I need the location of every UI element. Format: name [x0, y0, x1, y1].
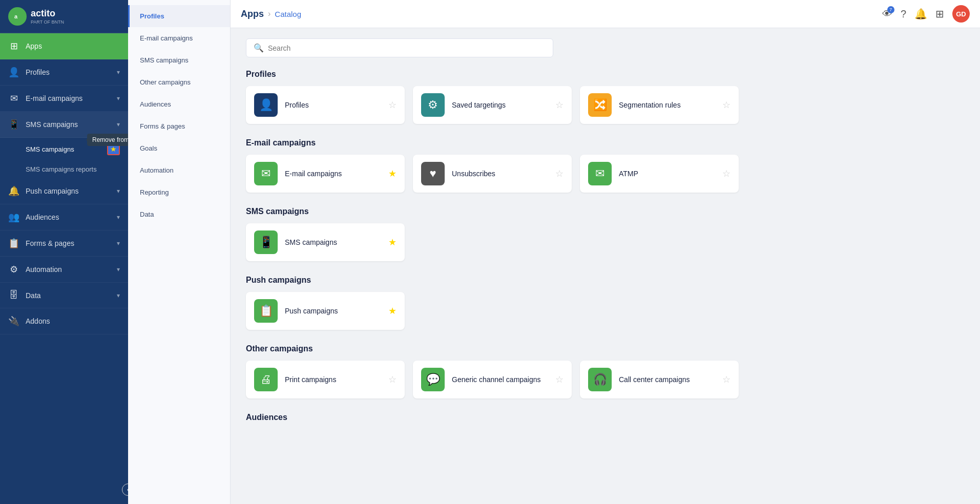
mid-panel-item-profiles[interactable]: Profiles — [128, 5, 230, 27]
push-campaigns-star[interactable]: ★ — [388, 305, 397, 317]
sidebar-item-automation[interactable]: ⚙ Automation ▾ — [0, 257, 128, 283]
topbar-right: 👁 7 ? 🔔 ⊞ GD — [882, 5, 970, 23]
saved-targetings-star[interactable]: ☆ — [555, 99, 564, 111]
saved-targetings-icon: ⚙ — [421, 93, 445, 117]
section-email: E-mail campaigns ✉ E-mail campaigns ★ ♥ … — [246, 138, 965, 193]
mid-panel-item-automation[interactable]: Automation — [128, 159, 230, 181]
sidebar-item-profiles[interactable]: 👤 Profiles ▾ — [0, 59, 128, 86]
atmp-star[interactable]: ☆ — [722, 168, 731, 179]
saved-targetings-label: Saved targetings — [452, 101, 548, 109]
card-saved-targetings[interactable]: ⚙ Saved targetings ☆ — [413, 86, 572, 124]
card-call-center[interactable]: 🎧 Call center campaigns ☆ — [580, 361, 739, 398]
segmentation-rules-star[interactable]: ☆ — [722, 99, 731, 111]
svg-text:a: a — [14, 13, 18, 19]
breadcrumb: Apps › Catalog — [241, 9, 301, 19]
notification-badge: 7 — [887, 6, 894, 13]
sms-campaigns-star[interactable]: ★ — [388, 237, 397, 248]
segmentation-rules-label: Segmentation rules — [619, 101, 715, 109]
email-cards-row: ✉ E-mail campaigns ★ ♥ Unsubscribes ☆ ✉ … — [246, 155, 965, 193]
card-push-campaigns[interactable]: 📋 Push campaigns ★ — [246, 292, 405, 330]
card-generic-channel[interactable]: 💬 Generic channel campaigns ☆ — [413, 361, 572, 398]
generic-channel-star[interactable]: ☆ — [555, 374, 564, 385]
mid-panel-item-reporting[interactable]: Reporting — [128, 181, 230, 203]
sidebar-sub-sms-campaigns[interactable]: SMS campaigns ★ Remove from favorites — [0, 138, 128, 160]
sidebar-item-push[interactable]: 🔔 Push campaigns ▾ — [0, 178, 128, 204]
mid-panel-item-audiences[interactable]: Audiences — [128, 93, 230, 115]
other-cards-row: 🖨 Print campaigns ☆ 💬 Generic channel ca… — [246, 361, 965, 398]
unsubscribes-star[interactable]: ☆ — [555, 168, 564, 179]
card-sms-campaigns[interactable]: 📱 SMS campaigns ★ — [246, 223, 405, 261]
addons-icon: 🔌 — [8, 316, 19, 327]
sidebar-item-sms-label: SMS campaigns — [26, 120, 78, 129]
section-other-title: Other campaigns — [246, 344, 965, 353]
sidebar-collapse-button[interactable]: ‹ — [122, 484, 128, 496]
card-profiles[interactable]: 👤 Profiles ☆ — [246, 86, 405, 124]
forms-chevron: ▾ — [117, 240, 120, 247]
main-content: Apps › Catalog 👁 7 ? 🔔 ⊞ GD 🔍 Profiles — [231, 0, 980, 504]
card-atmp[interactable]: ✉ ATMP ☆ — [580, 155, 739, 193]
mid-panel-item-other[interactable]: Other campaigns — [128, 71, 230, 93]
logo-sub: PART OF BNTN — [31, 19, 64, 25]
sms-cards-row: 📱 SMS campaigns ★ — [246, 223, 965, 261]
logo: a actito PART OF BNTN — [0, 0, 128, 33]
email-campaigns-icon: ✉ — [254, 162, 278, 185]
logo-name: actito — [31, 8, 64, 19]
sidebar-item-email-label: E-mail campaigns — [26, 94, 82, 102]
apps-icon: ⊞ — [8, 40, 19, 52]
segmentation-rules-icon: 🔀 — [588, 93, 612, 117]
sidebar-item-sms[interactable]: 📱 SMS campaigns ▾ — [0, 112, 128, 138]
data-icon: 🗄 — [8, 290, 19, 301]
apps-grid-icon[interactable]: ⊞ — [935, 8, 944, 20]
profiles-card-label: Profiles — [285, 101, 381, 109]
call-center-label: Call center campaigns — [619, 375, 715, 384]
mid-panel: Profiles E-mail campaigns SMS campaigns … — [128, 0, 231, 504]
sidebar-item-forms[interactable]: 📋 Forms & pages ▾ — [0, 230, 128, 257]
sidebar-item-apps-label: Apps — [26, 42, 42, 50]
sidebar-item-addons[interactable]: 🔌 Addons — [0, 308, 128, 334]
generic-channel-label: Generic channel campaigns — [452, 375, 548, 384]
call-center-icon: 🎧 — [588, 368, 612, 391]
section-push-title: Push campaigns — [246, 276, 965, 285]
mid-panel-item-forms[interactable]: Forms & pages — [128, 115, 230, 137]
sms-reports-label: SMS campaigns reports — [26, 165, 97, 173]
email-icon: ✉ — [8, 93, 19, 104]
card-print-campaigns[interactable]: 🖨 Print campaigns ☆ — [246, 361, 405, 398]
card-email-campaigns[interactable]: ✉ E-mail campaigns ★ — [246, 155, 405, 193]
sidebar-item-push-left: 🔔 Push campaigns — [8, 185, 79, 197]
person-icon: 👤 — [8, 67, 19, 78]
bell-icon[interactable]: 🔔 — [914, 8, 927, 20]
generic-channel-icon: 💬 — [421, 368, 445, 391]
sidebar-sub-sms-reports[interactable]: SMS campaigns reports — [0, 160, 128, 178]
sidebar-item-apps[interactable]: ⊞ Apps — [0, 33, 128, 59]
mid-panel-item-goals[interactable]: Goals — [128, 137, 230, 159]
print-campaigns-star[interactable]: ☆ — [388, 374, 397, 385]
help-icon[interactable]: ? — [901, 8, 906, 20]
atmp-label: ATMP — [619, 170, 715, 178]
search-input[interactable] — [268, 44, 546, 52]
sms-campaigns-label: SMS campaigns — [26, 145, 74, 153]
breadcrumb-catalog[interactable]: Catalog — [275, 10, 301, 18]
sidebar-item-data[interactable]: 🗄 Data ▾ — [0, 283, 128, 308]
automation-chevron: ▾ — [117, 266, 120, 273]
card-segmentation-rules[interactable]: 🔀 Segmentation rules ☆ — [580, 86, 739, 124]
sms-favorite-star[interactable]: ★ — [107, 143, 120, 155]
sidebar-item-sms-left: 📱 SMS campaigns — [8, 119, 78, 130]
sidebar-item-email[interactable]: ✉ E-mail campaigns ▾ — [0, 86, 128, 112]
section-email-title: E-mail campaigns — [246, 138, 965, 148]
user-avatar[interactable]: GD — [952, 5, 970, 23]
print-campaigns-label: Print campaigns — [285, 375, 381, 384]
profiles-card-star[interactable]: ☆ — [388, 99, 397, 111]
mid-panel-item-sms[interactable]: SMS campaigns — [128, 49, 230, 71]
breadcrumb-apps: Apps — [241, 9, 264, 19]
mid-panel-item-email[interactable]: E-mail campaigns — [128, 27, 230, 49]
card-unsubscribes[interactable]: ♥ Unsubscribes ☆ — [413, 155, 572, 193]
email-campaigns-label: E-mail campaigns — [285, 170, 381, 178]
profiles-card-icon: 👤 — [254, 93, 278, 117]
sidebar-item-audiences[interactable]: 👥 Audiences ▾ — [0, 204, 128, 230]
email-campaigns-star[interactable]: ★ — [388, 168, 397, 179]
sidebar-item-data-left: 🗄 Data — [8, 290, 41, 301]
notifications-eye-icon[interactable]: 👁 7 — [882, 8, 892, 20]
sms-campaigns-icon: 📱 — [254, 230, 278, 254]
mid-panel-item-data[interactable]: Data — [128, 203, 230, 225]
call-center-star[interactable]: ☆ — [722, 374, 731, 385]
